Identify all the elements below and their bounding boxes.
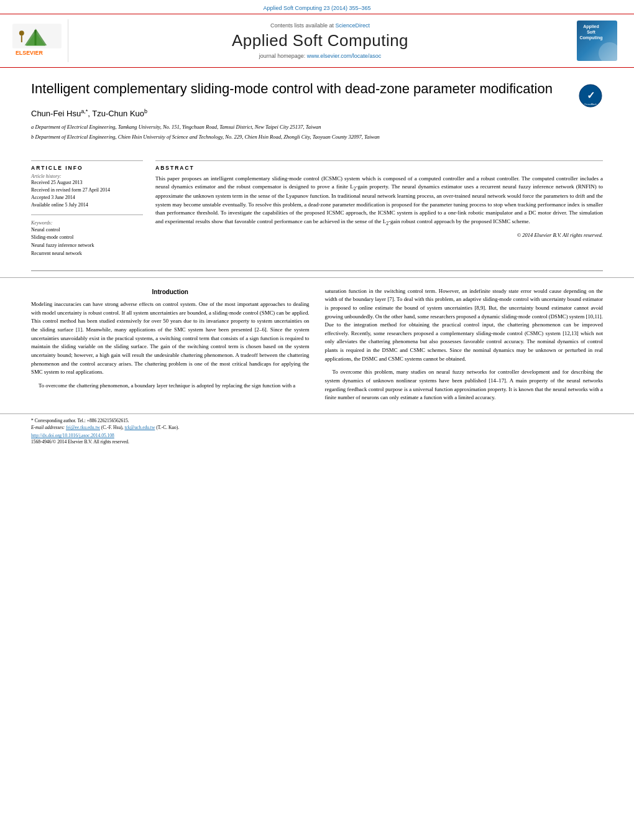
- copyright-line: © 2014 Elsevier B.V. All rights reserved…: [155, 232, 603, 238]
- journal-homepage: journal homepage: www.elsevier.com/locat…: [259, 53, 382, 59]
- keyword-3: Neural fuzzy inference network: [31, 242, 143, 250]
- received-date: Received 25 August 2013: [31, 180, 143, 185]
- elsevier-logo: ELSEVIER: [12, 24, 62, 58]
- doi-line: http://dx.doi.org/10.1016/j.asoc.2014.05…: [31, 433, 603, 438]
- journal-badge: AppliedSoftComputing: [577, 21, 617, 61]
- journal-header-center: Contents lists available at ScienceDirec…: [68, 19, 572, 62]
- svg-text:✓: ✓: [587, 90, 595, 101]
- footnote-emails: E-mail addresses: fei@ee.tku.edu.tw (C.-…: [31, 424, 603, 431]
- abstract-title: ABSTRACT: [155, 161, 603, 175]
- email-attribution-1: (C.-F. Hsu),: [101, 425, 125, 430]
- right-para-2: To overcome this problem, many studies o…: [325, 368, 604, 402]
- keyword-1: Neural control: [31, 226, 143, 234]
- svg-point-4: [19, 30, 24, 35]
- intro-para-1: Modeling inaccuracies can have strong ad…: [31, 300, 310, 377]
- journal-header: ELSEVIER Contents lists available at Sci…: [0, 14, 634, 68]
- badge-circle-decoration: [599, 42, 617, 61]
- intro-para-2: To overcome the chattering phenomenon, a…: [31, 382, 310, 390]
- keyword-2: Sliding-mode control: [31, 234, 143, 242]
- affiliation-a: a Department of Electrical Engineering, …: [31, 123, 603, 132]
- svg-text:ELSEVIER: ELSEVIER: [16, 50, 43, 56]
- right-column: saturation function in the switching con…: [325, 287, 604, 407]
- crossmark-icon: ✓ CrossMark: [579, 84, 602, 108]
- accepted-date: Accepted 3 June 2014: [31, 195, 143, 200]
- article-info-panel: ARTICLE INFO Article history: Received 2…: [31, 160, 143, 258]
- left-column: Introduction Modeling inaccuracies can h…: [31, 287, 310, 407]
- author-b: , Tzu-Chun Kuo: [88, 109, 144, 118]
- issn-line: 1568-4946/© 2014 Elsevier B.V. All right…: [31, 438, 603, 445]
- two-column-layout: Introduction Modeling inaccuracies can h…: [31, 287, 603, 407]
- author-b-sup: b: [144, 108, 147, 114]
- keyword-4: Recurrent neural network: [31, 250, 143, 258]
- journal-tag-line: Applied Soft Computing 23 (2014) 355–365: [0, 0, 634, 14]
- affiliation-b: b Department of Electrical Engineering, …: [31, 133, 603, 142]
- introduction-title: Introduction: [31, 287, 310, 297]
- homepage-link[interactable]: www.elsevier.com/locate/asoc: [307, 53, 382, 59]
- author-a: Chun-Fei Hsu: [31, 109, 81, 118]
- article-info-abstract: ARTICLE INFO Article history: Received 2…: [0, 154, 634, 264]
- email-link-1[interactable]: fei@ee.tku.edu.tw: [66, 425, 100, 430]
- contents-available: Contents lists available at ScienceDirec…: [270, 22, 370, 29]
- keywords-label: Keywords:: [31, 220, 143, 226]
- history-label: Article history:: [31, 173, 143, 179]
- main-content: Introduction Modeling inaccuracies can h…: [0, 277, 634, 407]
- journal-badge-container: AppliedSoftComputing: [572, 19, 622, 62]
- crossmark-badge[interactable]: ✓ CrossMark: [578, 83, 603, 108]
- footnote-area: * Corresponding author. Tel.: +886 22621…: [0, 413, 634, 449]
- sciencedirect-link[interactable]: ScienceDirect: [336, 22, 370, 29]
- doi-link[interactable]: http://dx.doi.org/10.1016/j.asoc.2014.05…: [31, 433, 114, 438]
- abstract-section: ABSTRACT This paper proposes an intellig…: [155, 160, 603, 258]
- page-container: Applied Soft Computing 23 (2014) 355–365…: [0, 0, 634, 449]
- crossmark-container: ✓ CrossMark: [578, 83, 603, 108]
- footnote-corresponding: * Corresponding author. Tel.: +886 22621…: [31, 417, 603, 424]
- email-attribution-2: (T.-C. Kuo).: [156, 425, 179, 430]
- svg-text:CrossMark: CrossMark: [584, 103, 596, 106]
- authors-line: Chun-Fei Hsua,*, Tzu-Chun Kuob: [31, 108, 603, 118]
- section-divider: [31, 270, 603, 271]
- abstract-text: This paper proposes an intelligent compl…: [155, 175, 603, 227]
- author-a-sup: a,*: [81, 108, 88, 114]
- journal-tag: Applied Soft Computing 23 (2014) 355–365: [263, 5, 370, 11]
- email-link-2[interactable]: tck@uch.edu.tw: [124, 425, 155, 430]
- journal-title: Applied Soft Computing: [232, 31, 408, 50]
- affiliations: a Department of Electrical Engineering, …: [31, 123, 603, 141]
- elsevier-logo-container: ELSEVIER: [12, 19, 68, 62]
- article-info-title: ARTICLE INFO: [31, 161, 143, 173]
- revised-date: Received in revised form 27 April 2014: [31, 187, 143, 193]
- article-header: Intelligent complementary sliding-mode c…: [0, 68, 634, 154]
- available-date: Available online 5 July 2014: [31, 202, 143, 208]
- article-history: Article history: Received 25 August 2013…: [31, 173, 143, 215]
- article-title: Intelligent complementary sliding-mode c…: [31, 80, 569, 98]
- keywords-section: Keywords: Neural control Sliding-mode co…: [31, 220, 143, 258]
- right-para-1: saturation function in the switching con…: [325, 287, 604, 364]
